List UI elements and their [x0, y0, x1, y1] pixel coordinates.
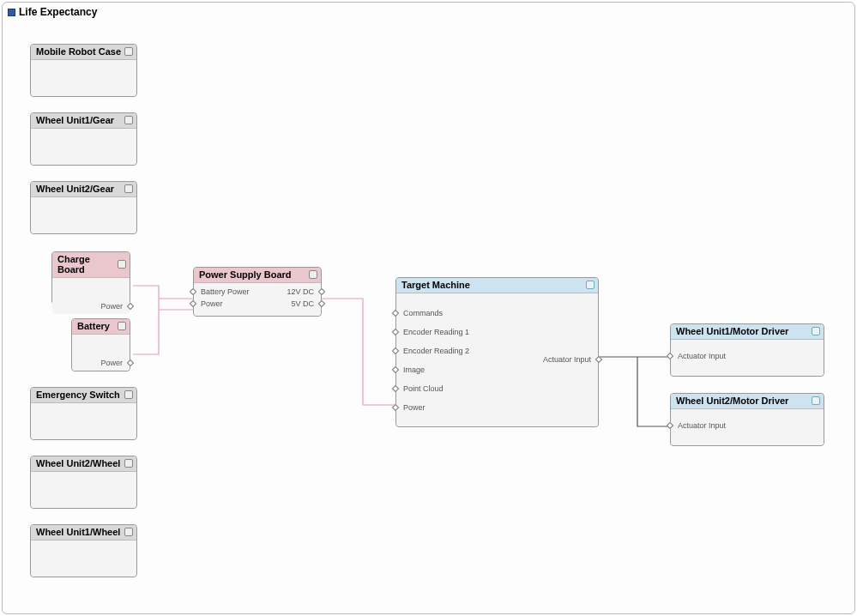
node-header: Wheel Unit2/Motor Driver	[671, 394, 824, 409]
port-dot[interactable]	[667, 353, 673, 359]
port-dot[interactable]	[190, 288, 196, 295]
node-battery[interactable]: Battery Power	[71, 318, 130, 371]
node-header: Wheel Unit1/Motor Driver	[671, 324, 824, 340]
port-label-actuator-in: Actuator Input	[678, 352, 726, 360]
port-dot[interactable]	[392, 329, 399, 335]
expand-icon[interactable]	[124, 116, 133, 124]
node-header: Power Supply Board	[194, 268, 321, 283]
node-header: Emergency Switch	[31, 388, 136, 403]
node-body	[31, 129, 136, 165]
expand-icon[interactable]	[118, 260, 126, 269]
port-label-power-out: Power	[100, 359, 123, 367]
port-dot[interactable]	[318, 288, 325, 295]
expand-icon[interactable]	[124, 459, 133, 468]
node-target-machine[interactable]: Target Machine Commands Encoder Reading …	[395, 277, 599, 427]
node-body	[31, 472, 136, 508]
node-body	[31, 60, 136, 96]
port-dot[interactable]	[595, 356, 602, 363]
node-title: Target Machine	[401, 280, 470, 290]
port-label-commands-in: Commands	[403, 309, 443, 317]
port-label-pointcloud-in: Point Cloud	[403, 384, 444, 393]
port-dot[interactable]	[127, 359, 134, 366]
wire-charge-to-junction	[133, 286, 159, 299]
wire-actuator-to-driver2	[637, 357, 670, 426]
node-wheel-unit1-gear[interactable]: Wheel Unit1/Gear	[30, 112, 137, 166]
port-label-encoder1-in: Encoder Reading 1	[403, 328, 469, 336]
node-body	[31, 541, 136, 577]
node-wheel2-motor-driver[interactable]: Wheel Unit2/Motor Driver Actuator Input	[670, 393, 824, 446]
port-label-12v-out: 12V DC	[287, 287, 314, 296]
node-title: Wheel Unit1/Motor Driver	[676, 326, 788, 336]
node-wheel-unit2-wheel[interactable]: Wheel Unit2/Wheel	[30, 456, 137, 509]
node-title: Battery	[77, 321, 110, 331]
node-charge-board[interactable]: Charge Board Power	[51, 251, 130, 305]
node-body: Commands Encoder Reading 1 Encoder Readi…	[396, 293, 598, 426]
port-label-encoder2-in: Encoder Reading 2	[403, 347, 469, 355]
port-dot[interactable]	[318, 300, 325, 307]
wire-psb12v-to-target-power	[322, 299, 395, 405]
wire-battery-to-junction	[133, 299, 159, 354]
node-body: Power	[72, 335, 130, 371]
node-body: Power	[52, 278, 130, 314]
expand-icon[interactable]	[124, 184, 133, 193]
node-title: Wheel Unit2/Gear	[36, 184, 114, 194]
node-header: Wheel Unit1/Gear	[31, 113, 136, 129]
node-body	[31, 197, 136, 233]
node-title: Power Supply Board	[199, 269, 292, 280]
node-wheel-unit2-gear[interactable]: Wheel Unit2/Gear	[30, 181, 137, 234]
port-dot[interactable]	[392, 404, 399, 411]
node-body: Actuator Input	[671, 340, 824, 376]
port-label-5v-out: 5V DC	[291, 299, 314, 308]
node-title: Wheel Unit1/Gear	[36, 115, 114, 125]
port-label-image-in: Image	[403, 365, 425, 374]
diagram-canvas[interactable]: Mobile Robot Case Wheel Unit1/Gear Wheel…	[3, 3, 854, 613]
node-title: Emergency Switch	[36, 390, 120, 400]
node-header: Charge Board	[52, 252, 130, 278]
node-header: Wheel Unit2/Gear	[31, 182, 136, 197]
node-body: Battery Power Power 12V DC 5V DC	[194, 283, 321, 316]
port-label-actuator-in: Actuator Input	[678, 421, 726, 430]
port-label-actuator-out: Actuator Input	[543, 355, 591, 364]
expand-icon[interactable]	[124, 528, 133, 536]
port-dot[interactable]	[667, 422, 673, 429]
expand-icon[interactable]	[812, 327, 820, 335]
expand-icon[interactable]	[586, 281, 594, 289]
node-header: Wheel Unit2/Wheel	[31, 456, 136, 472]
expand-icon[interactable]	[124, 47, 133, 56]
node-power-supply-board[interactable]: Power Supply Board Battery Power Power 1…	[193, 267, 322, 317]
expand-icon[interactable]	[124, 390, 133, 399]
node-header: Mobile Robot Case	[31, 45, 136, 60]
port-dot[interactable]	[392, 366, 399, 373]
diagram-panel: Life Expectancy Mobile Robot Case	[2, 2, 855, 614]
expand-icon[interactable]	[812, 396, 820, 405]
port-dot[interactable]	[392, 310, 399, 317]
node-header: Wheel Unit1/Wheel	[31, 525, 136, 541]
node-title: Wheel Unit1/Wheel	[36, 527, 120, 537]
node-wheel-unit1-wheel[interactable]: Wheel Unit1/Wheel	[30, 524, 137, 577]
expand-icon[interactable]	[309, 270, 317, 279]
port-label-power-in: Power	[403, 403, 425, 412]
node-title: Wheel Unit2/Motor Driver	[676, 396, 788, 406]
node-emergency-switch[interactable]: Emergency Switch	[30, 387, 137, 440]
expand-icon[interactable]	[118, 322, 126, 330]
node-title: Wheel Unit2/Wheel	[36, 458, 120, 468]
node-wheel1-motor-driver[interactable]: Wheel Unit1/Motor Driver Actuator Input	[670, 323, 824, 377]
node-mobile-robot-case[interactable]: Mobile Robot Case	[30, 44, 137, 97]
port-label-power-in: Power	[201, 299, 223, 308]
port-dot[interactable]	[392, 385, 399, 392]
port-label-battery-power-in: Battery Power	[201, 287, 250, 296]
port-dot[interactable]	[127, 303, 134, 310]
node-body: Actuator Input	[671, 409, 824, 445]
port-label-power-out: Power	[100, 302, 123, 311]
node-title: Mobile Robot Case	[36, 46, 121, 57]
node-body	[31, 403, 136, 439]
port-dot[interactable]	[190, 300, 196, 307]
port-dot[interactable]	[392, 347, 399, 354]
node-title: Charge Board	[57, 254, 118, 275]
node-header: Target Machine	[396, 278, 598, 293]
node-header: Battery	[72, 319, 130, 335]
